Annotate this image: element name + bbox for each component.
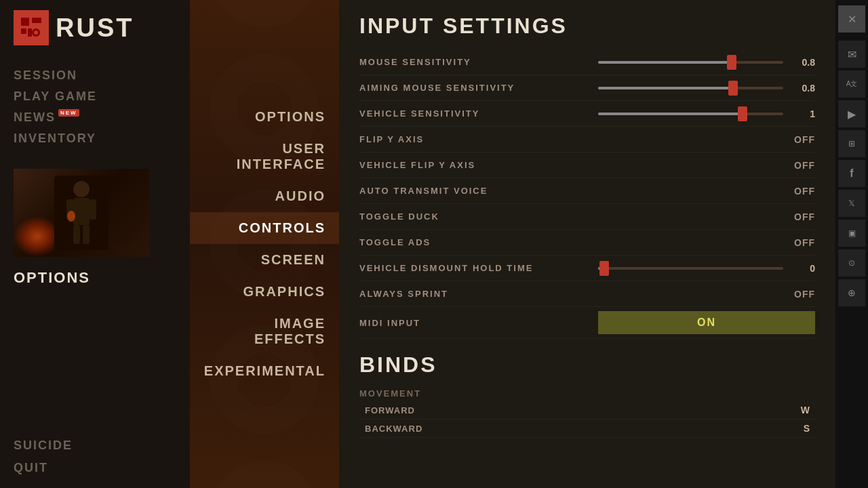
slider-track-mouse-sensitivity[interactable] [598,61,783,64]
bind-row-backward: BACKWARD S [359,420,815,438]
slider-thumb-mouse-sensitivity[interactable] [727,55,736,70]
svg-rect-12 [83,225,90,244]
user-preview-inner [14,169,149,257]
bind-key-forward[interactable]: W [769,405,810,415]
control-auto-transmit-voice[interactable]: OFF [563,186,815,197]
control-toggle-duck[interactable]: OFF [563,211,815,222]
control-flip-y-axis[interactable]: OFF [563,134,815,145]
svg-point-7 [73,181,90,197]
row-flip-y-axis: FLIP Y AXIS OFF [359,127,815,152]
label-toggle-duck: TOGGLE DUCK [359,211,563,222]
label-toggle-ads: TOGGLE ADS [359,237,563,247]
binds-title: BINDS [359,352,815,378]
menu-item-screen[interactable]: SCREEN [190,244,339,276]
binds-category-movement: MOVEMENT [359,388,815,399]
toggle-value-toggle-duck[interactable]: OFF [761,211,815,222]
menu-item-graphics[interactable]: GRAPHICS [190,276,339,308]
toggle-on-midi-input[interactable]: ON [598,311,815,334]
svg-rect-8 [73,198,90,225]
svg-rect-2 [21,28,26,34]
slider-aiming-mouse-sensitivity[interactable]: 0.8 [598,83,815,94]
user-figure [54,176,108,250]
control-mouse-sensitivity[interactable]: 0.8 [563,57,815,68]
control-vehicle-flip-y-axis[interactable]: OFF [563,160,815,171]
slider-thumb-aiming[interactable] [728,81,738,96]
row-toggle-duck: TOGGLE DUCK OFF [359,204,815,230]
menu-item-image-effects[interactable]: IMAGE EFFECTS [190,308,339,355]
sidebar-item-inventory[interactable]: INVENTORY [14,129,176,148]
menu-item-user-interface[interactable]: USER INTERFACE [190,133,339,180]
control-vehicle-sensitivity[interactable]: 1 [563,108,815,119]
label-flip-y-axis: FLIP Y AXIS [359,134,563,144]
discord-icon[interactable]: ⊞ [838,130,865,157]
video-icon[interactable]: ▶ [838,100,865,127]
twitter-icon[interactable]: 𝕏 [838,190,865,217]
slider-value-vehicle: 1 [791,108,815,119]
slider-track-dismount[interactable] [598,267,783,270]
slider-thumb-vehicle[interactable] [738,106,747,121]
row-aiming-mouse-sensitivity: AIMING MOUSE SENSITIVITY 0.8 [359,75,815,101]
control-toggle-ads[interactable]: OFF [563,237,815,248]
row-always-sprint: ALWAYS SPRINT OFF [359,281,815,307]
bind-label-forward: FORWARD [365,405,769,415]
label-auto-transmit-voice: AUTO TRANSMIT VOICE [359,186,563,196]
control-vehicle-dismount-hold-time[interactable]: 0 [563,263,815,274]
slider-track-vehicle[interactable] [598,113,783,115]
svg-point-13 [67,211,75,222]
bind-key-backward[interactable]: S [769,423,810,434]
label-vehicle-dismount-hold-time: VEHICLE DISMOUNT HOLD TIME [359,263,563,273]
menu-item-controls[interactable]: CONTROLS [190,212,339,244]
rust-logo-text: RUST [56,14,134,43]
menu-item-experimental[interactable]: EXPERIMENTAL [190,355,339,387]
toggle-value-toggle-ads[interactable]: OFF [761,237,815,248]
rust-logo-icon [14,10,49,45]
slider-thumb-dismount[interactable] [599,261,609,276]
lang-icon[interactable]: A文 [838,70,865,98]
new-badge: NEW [58,109,79,117]
menu-item-options[interactable]: OPTIONS [190,101,339,133]
label-vehicle-flip-y-axis: VEHICLE FLIP Y AXIS [359,160,563,170]
sidebar-item-suicide[interactable]: SUICIDE [14,436,176,455]
facebook-icon[interactable]: f [838,160,865,187]
close-icon[interactable]: ✕ [838,5,865,33]
svg-point-6 [34,30,38,35]
bind-row-forward: FORWARD W [359,401,815,420]
bottom-nav: SUICIDE QUIT [14,436,176,478]
label-always-sprint: ALWAYS SPRINT [359,289,563,299]
toggle-value-always-sprint[interactable]: OFF [761,289,815,300]
row-auto-transmit-voice: AUTO TRANSMIT VOICE OFF [359,178,815,204]
slider-fill-aiming [598,87,733,89]
slider-track-aiming[interactable] [598,87,783,89]
sidebar-item-play-game[interactable]: PLAY GAME [14,87,176,106]
toggle-value-auto-transmit-voice[interactable]: OFF [761,186,815,197]
mail-icon[interactable]: ✉ [838,41,865,68]
control-always-sprint[interactable]: OFF [563,289,815,300]
menu-item-audio[interactable]: AUDIO [190,180,339,212]
slider-vehicle-sensitivity[interactable]: 1 [598,108,815,119]
nav-section: SESSION PLAY GAME NEWSNEW INVENTORY [14,66,176,148]
svg-rect-10 [90,199,96,220]
slider-value-dismount: 0 [791,263,815,274]
toggle-value-vehicle-flip-y-axis[interactable]: OFF [761,160,815,171]
control-midi-input[interactable]: ON [563,311,815,334]
slider-vehicle-dismount[interactable]: 0 [598,263,815,274]
logo-area: RUST [14,10,176,45]
sidebar-item-quit[interactable]: QUIT [14,458,176,478]
instagram-icon[interactable]: ▣ [838,220,865,247]
toggle-value-flip-y-axis[interactable]: OFF [761,134,815,145]
sidebar-item-session[interactable]: SESSION [14,66,176,85]
control-aiming-mouse-sensitivity[interactable]: 0.8 [563,83,815,94]
row-vehicle-dismount-hold-time: VEHICLE DISMOUNT HOLD TIME 0 [359,256,815,281]
svg-rect-11 [73,225,80,244]
slider-fill-mouse-sensitivity [598,61,732,64]
slider-value-mouse-sensitivity: 0.8 [791,57,815,68]
row-mouse-sensitivity: MOUSE SENSITIVITY 0.8 [359,49,815,75]
input-settings-title: INPUT SETTINGS [359,14,815,39]
steam-icon[interactable]: ⊙ [838,249,865,277]
globe-icon[interactable]: ⊕ [838,279,865,306]
row-midi-input: MIDI INPUT ON [359,307,815,339]
svg-rect-1 [21,18,29,26]
sidebar-item-news[interactable]: NEWSNEW [14,108,176,127]
slider-mouse-sensitivity[interactable]: 0.8 [598,57,815,68]
slider-value-aiming: 0.8 [791,83,815,94]
